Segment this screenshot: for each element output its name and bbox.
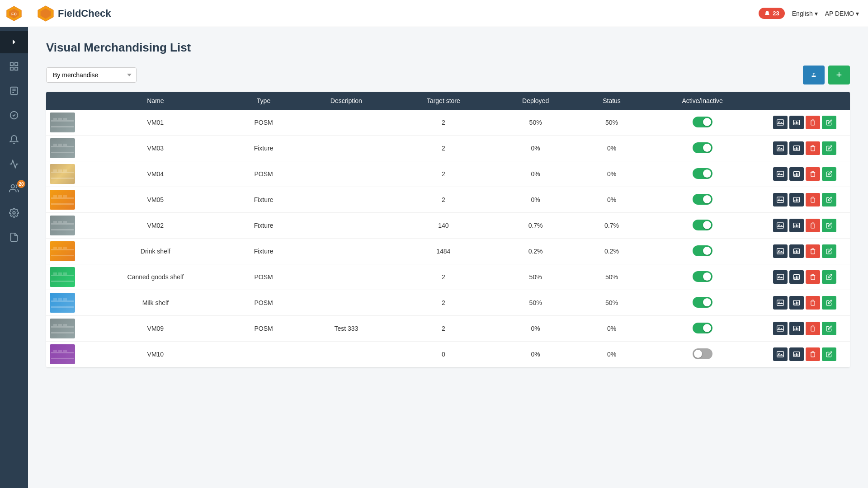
thumbnail-image bbox=[50, 344, 75, 364]
sidebar-item-users[interactable]: 20 bbox=[0, 177, 28, 200]
gallery-button[interactable] bbox=[773, 141, 788, 155]
sidebar-item-expand[interactable] bbox=[0, 31, 28, 53]
chart-icon bbox=[793, 171, 800, 177]
toggle-slider bbox=[693, 348, 712, 359]
cell-actions bbox=[760, 239, 850, 264]
cell-active bbox=[645, 187, 760, 213]
thumbnail-image bbox=[50, 319, 75, 338]
active-toggle[interactable] bbox=[693, 323, 712, 333]
chart-button[interactable] bbox=[789, 347, 804, 361]
edit-button[interactable] bbox=[822, 193, 836, 206]
user-button[interactable]: AP DEMO ▾ bbox=[825, 10, 859, 17]
active-toggle[interactable] bbox=[693, 271, 712, 282]
active-toggle[interactable] bbox=[693, 348, 712, 359]
chart-button[interactable] bbox=[789, 141, 804, 155]
delete-button[interactable] bbox=[806, 116, 820, 129]
filter-select[interactable]: By merchandise By store By region bbox=[46, 67, 137, 83]
language-button[interactable]: English ▾ bbox=[792, 10, 818, 17]
delete-button[interactable] bbox=[806, 219, 820, 232]
edit-button[interactable] bbox=[822, 219, 836, 232]
upload-icon bbox=[811, 71, 816, 79]
add-button[interactable]: + bbox=[828, 66, 850, 84]
thumbnail-decoration bbox=[51, 165, 74, 183]
sidebar-item-alerts[interactable] bbox=[0, 128, 28, 151]
active-toggle[interactable] bbox=[693, 117, 712, 127]
delete-icon bbox=[810, 145, 816, 151]
delete-button[interactable] bbox=[806, 347, 820, 361]
gallery-button[interactable] bbox=[773, 296, 788, 310]
delete-button[interactable] bbox=[806, 322, 820, 335]
toggle-slider bbox=[693, 220, 712, 230]
svg-rect-124 bbox=[794, 354, 795, 356]
thumbnail-image bbox=[50, 164, 75, 184]
svg-rect-116 bbox=[51, 352, 74, 353]
edit-button[interactable] bbox=[822, 141, 836, 155]
gallery-button[interactable] bbox=[773, 116, 788, 129]
chart-button[interactable] bbox=[789, 219, 804, 232]
edit-button[interactable] bbox=[822, 116, 836, 129]
svg-rect-113 bbox=[794, 328, 795, 330]
gallery-button[interactable] bbox=[773, 347, 788, 361]
active-toggle[interactable] bbox=[693, 142, 712, 153]
sidebar-item-reports[interactable] bbox=[0, 80, 28, 102]
svg-rect-20 bbox=[58, 118, 62, 120]
upload-button[interactable] bbox=[803, 66, 825, 84]
sidebar-item-tasks[interactable] bbox=[0, 104, 28, 127]
toolbar-actions: + bbox=[803, 66, 850, 84]
chart-button[interactable] bbox=[789, 167, 804, 181]
col-active: Active/Inactive bbox=[645, 92, 760, 110]
svg-rect-99 bbox=[777, 300, 784, 305]
gallery-button[interactable] bbox=[773, 322, 788, 335]
edit-button[interactable] bbox=[822, 167, 836, 181]
chart-button[interactable] bbox=[789, 244, 804, 258]
gallery-button[interactable] bbox=[773, 193, 788, 206]
active-toggle[interactable] bbox=[693, 220, 712, 230]
cell-deployed: 0% bbox=[493, 136, 578, 161]
active-toggle[interactable] bbox=[693, 245, 712, 256]
cell-name: VM02 bbox=[82, 213, 229, 239]
cell-actions bbox=[760, 316, 850, 342]
svg-rect-40 bbox=[51, 178, 74, 179]
cell-status: 0% bbox=[578, 161, 645, 187]
gallery-button[interactable] bbox=[773, 219, 788, 232]
delete-button[interactable] bbox=[806, 167, 820, 181]
gallery-button[interactable] bbox=[773, 167, 788, 181]
edit-button[interactable] bbox=[822, 322, 836, 335]
chart-button[interactable] bbox=[789, 296, 804, 310]
delete-button[interactable] bbox=[806, 193, 820, 206]
notification-button[interactable]: 23 bbox=[759, 8, 784, 19]
cell-active bbox=[645, 290, 760, 316]
delete-button[interactable] bbox=[806, 296, 820, 310]
edit-button[interactable] bbox=[822, 244, 836, 258]
svg-rect-49 bbox=[797, 174, 798, 176]
sidebar-item-dashboard[interactable] bbox=[0, 55, 28, 78]
active-toggle[interactable] bbox=[693, 297, 712, 308]
gallery-button[interactable] bbox=[773, 244, 788, 258]
svg-rect-69 bbox=[794, 225, 795, 227]
svg-rect-5 bbox=[10, 67, 13, 70]
svg-rect-120 bbox=[63, 350, 67, 352]
delete-button[interactable] bbox=[806, 141, 820, 155]
sidebar-item-analytics[interactable] bbox=[0, 153, 28, 175]
active-toggle[interactable] bbox=[693, 168, 712, 179]
toggle-slider bbox=[693, 194, 712, 205]
gallery-button[interactable] bbox=[773, 270, 788, 284]
svg-rect-105 bbox=[51, 326, 74, 328]
svg-rect-47 bbox=[794, 174, 795, 176]
delete-button[interactable] bbox=[806, 270, 820, 284]
delete-button[interactable] bbox=[806, 244, 820, 258]
edit-button[interactable] bbox=[822, 296, 836, 310]
sidebar-item-settings[interactable] bbox=[0, 202, 28, 224]
chart-button[interactable] bbox=[789, 116, 804, 129]
cell-status: 0% bbox=[578, 316, 645, 342]
edit-button[interactable] bbox=[822, 347, 836, 361]
edit-button[interactable] bbox=[822, 270, 836, 284]
sidebar-item-documents[interactable] bbox=[0, 226, 28, 249]
active-toggle[interactable] bbox=[693, 194, 712, 205]
chart-button[interactable] bbox=[789, 270, 804, 284]
chart-button[interactable] bbox=[789, 193, 804, 206]
chart-button[interactable] bbox=[789, 322, 804, 335]
cell-deployed: 50% bbox=[493, 264, 578, 290]
svg-rect-25 bbox=[794, 122, 795, 124]
gallery-icon bbox=[777, 351, 784, 357]
